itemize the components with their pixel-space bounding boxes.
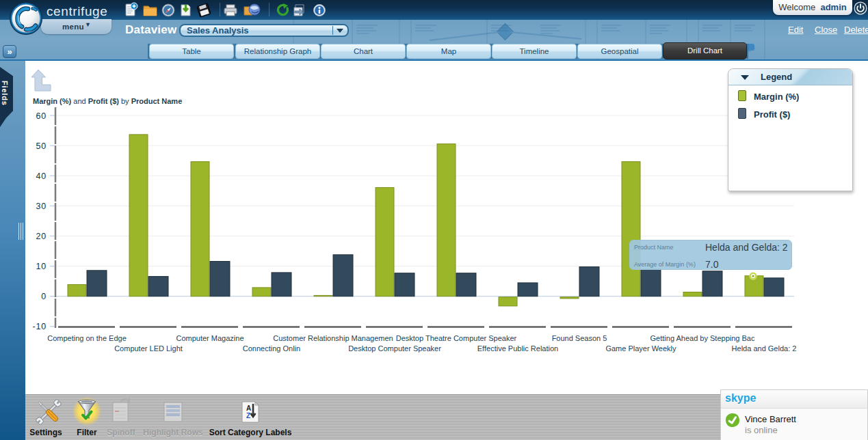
- svg-text:Connecting Onlin: Connecting Onlin: [243, 344, 300, 353]
- svg-text:Margin (%) and Profit ($) by: Margin (%) and Profit ($) by Product Nam…: [33, 97, 182, 105]
- svg-text:-10: -10: [33, 322, 47, 331]
- svg-text:Computer LED Light: Computer LED Light: [114, 344, 183, 353]
- svg-text:Customer Relationship Manageme: Customer Relationship Managemen: [273, 334, 393, 342]
- svg-text:50: 50: [36, 141, 47, 151]
- svg-text:Helda and Gelda: 2: Helda and Gelda: 2: [732, 344, 797, 353]
- svg-text:Computer Magazine: Computer Magazine: [176, 334, 244, 342]
- svg-text:Desktop Computer Speaker: Desktop Computer Speaker: [348, 344, 441, 353]
- svg-text:Game Player Weekly: Game Player Weekly: [605, 344, 676, 353]
- svg-text:40: 40: [36, 171, 47, 181]
- svg-text:30: 30: [36, 202, 47, 211]
- svg-text:60: 60: [36, 111, 47, 121]
- svg-text:0: 0: [41, 292, 47, 301]
- svg-text:Competing on the Edge: Competing on the Edge: [47, 334, 127, 342]
- svg-text:Found Season 5: Found Season 5: [552, 334, 607, 342]
- svg-text:A: A: [246, 404, 251, 412]
- svg-text:Desktop Theatre Computer Speak: Desktop Theatre Computer Speaker: [396, 334, 517, 342]
- svg-text:20: 20: [36, 232, 47, 241]
- svg-text:Getting Ahead by Stepping Bac: Getting Ahead by Stepping Bac: [650, 334, 755, 342]
- svg-text:Effective Public Relation: Effective Public Relation: [477, 344, 558, 353]
- svg-text:Z: Z: [246, 412, 250, 420]
- svg-text:10: 10: [36, 262, 47, 271]
